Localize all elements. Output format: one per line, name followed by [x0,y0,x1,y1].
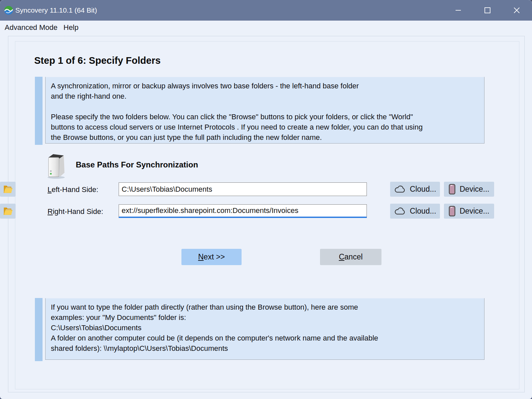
smartphone-icon [449,206,456,217]
page-title: Step 1 of 6: Specify Folders [34,55,160,66]
close-button[interactable] [502,0,531,21]
minimize-icon [455,7,462,14]
info-text-line: Please specify the two folders below. Yo… [51,112,479,122]
folder-icon [3,185,13,194]
info-text-line: A folder on another computer could be (i… [51,333,479,343]
info-text-line: A synchronization, mirror or backup alwa… [51,81,479,91]
cancel-button[interactable]: Cancel [320,249,381,265]
window-title: Syncovery 11.10.1 (64 Bit) [15,0,97,21]
section-title: Base Paths For Synchronization [76,160,198,169]
title-bar: Syncovery 11.10.1 (64 Bit) [0,0,532,21]
folder-icon [3,207,13,216]
smartphone-icon [449,184,456,195]
device-left-button[interactable]: Device... [444,182,494,197]
external-drive-icon [46,153,66,179]
info-text-line: and the right-hand one. [51,91,479,101]
info-text-line: examples: your "My Documents" folder is: [51,312,479,323]
maximize-button[interactable] [473,0,502,21]
browse-right-button[interactable] [0,204,16,219]
info-text-line: shared folders): \\mylaptop\C\Users\Tobi… [51,343,479,353]
right-path-input[interactable] [119,204,367,218]
info-text-line: C:\Users\Tobias\Documents [51,323,479,333]
intro-info-box: A synchronization, mirror or backup alwa… [45,77,484,144]
app-window: Syncovery 11.10.1 (64 Bit) Advanced [0,0,532,399]
info-text-line: buttons to access cloud servers or use I… [51,122,479,132]
cloud-right-button[interactable]: Cloud... [390,204,440,219]
left-hand-side-label: Left-Hand Side: [48,185,98,194]
maximize-icon [484,7,491,14]
next-button[interactable]: Next >> [181,249,242,265]
cloud-icon [394,207,406,215]
menu-help[interactable]: Help [63,22,81,34]
cloud-left-button[interactable]: Cloud... [390,182,440,197]
close-icon [513,7,520,14]
info-text-line: If you want to type the folder path dire… [51,302,479,312]
info-text-line: the Browse buttons, or you can just type… [51,132,479,143]
menu-advanced-mode[interactable]: Advanced Mode [5,22,60,34]
syncovery-logo-icon [4,6,13,15]
info-text-line [51,101,479,112]
cloud-icon [394,185,406,193]
minimize-button[interactable] [444,0,473,21]
info-accent-bar [35,298,43,361]
left-path-input[interactable] [119,182,367,196]
right-hand-side-label: Right-Hand Side: [48,207,103,216]
menu-bar: Advanced Mode Help [0,21,532,35]
info-accent-bar [35,77,43,145]
examples-info-box: If you want to type the folder path dire… [45,298,484,360]
browse-left-button[interactable] [0,182,16,197]
device-right-button[interactable]: Device... [444,204,494,219]
